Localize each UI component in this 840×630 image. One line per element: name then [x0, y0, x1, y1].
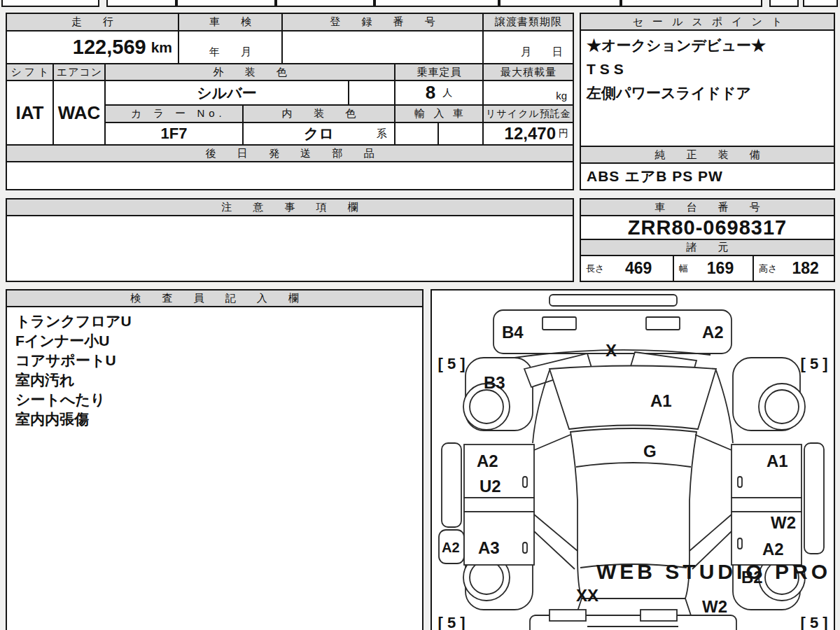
- rear-lamp-right: [640, 610, 677, 621]
- inspector-note-line: シートへたり: [15, 390, 414, 410]
- import-car-header: 輸 入 車: [396, 106, 482, 122]
- interior-color-header: 内 装 色: [244, 106, 394, 122]
- right-rocker-rail: [804, 443, 824, 554]
- sales-point-header: セールスポイント: [581, 14, 834, 29]
- auction-sheet: { "colors": { "header_bg": "#d9d9d9", "b…: [0, 0, 840, 630]
- chassis-header: 車 台 番 号: [581, 200, 834, 215]
- inspector-note-line: トランクフロアU: [15, 312, 414, 331]
- car-top-view-diagram: WEB STUDIO PRO B4 A2 X B3 A1 G A2 U2 A1 …: [432, 290, 834, 630]
- spec-width: 幅 169: [674, 256, 752, 281]
- left-b-pillar: [464, 498, 534, 512]
- import-car-value-1: [396, 123, 438, 144]
- interior-color-name: クロ: [304, 124, 334, 144]
- spec-height: 高さ 182: [754, 256, 834, 281]
- color-no-value: 1F7: [106, 123, 242, 144]
- tire-grade-rear-right: [ 5 ]: [800, 614, 827, 630]
- sales-point-line: ★オークションデビュー★: [587, 34, 828, 57]
- interior-color-suffix: 系: [377, 127, 387, 141]
- registration-header: 登 録 番 号: [283, 14, 482, 30]
- recycle-fee-number: 12,470: [505, 124, 556, 144]
- top-row-cell: [769, 0, 799, 7]
- damage-label-windshield: A1: [650, 391, 672, 410]
- inspection-header: 車 検: [179, 14, 281, 30]
- recycle-fee-header: リサイクル預託金: [484, 106, 573, 122]
- inspector-notes-box: 検 査 員 記 入 欄 トランクフロアU Fインナー小U コアサポートU 室内汚…: [6, 289, 424, 630]
- mileage-number: 122,569: [73, 36, 146, 59]
- top-row-cell: [176, 0, 276, 7]
- capacity-value: 8人: [396, 81, 482, 104]
- interior-color-value: クロ 系: [244, 123, 394, 144]
- tire-grade-front-left: [ 5 ]: [438, 355, 465, 372]
- capacity-unit: 人: [442, 87, 452, 99]
- damage-label-rear-right-panel: W2: [702, 597, 727, 616]
- specs-header: 諸 元: [581, 240, 834, 255]
- exterior-color-extra: [349, 81, 394, 104]
- exterior-color-value: シルバー: [106, 81, 348, 104]
- transfer-deadline-header: 譲渡書類期限: [484, 14, 573, 30]
- damage-label-right-front-door: A1: [766, 451, 788, 470]
- right-rear-door-handle: [738, 538, 742, 549]
- damage-label-roof-front: G: [643, 442, 657, 461]
- top-row-cell: [374, 0, 499, 7]
- inspector-note-line: コアサポートU: [15, 351, 414, 370]
- genuine-equipment-header: 純 正 装 備: [581, 147, 834, 162]
- inspection-value: 年 月: [179, 31, 281, 63]
- right-front-door-handle: [738, 477, 742, 487]
- left-rocker-rail: [442, 443, 461, 527]
- damage-label-left-rear-door: A3: [478, 538, 500, 557]
- mileage-value: 122,569km: [7, 31, 178, 63]
- notes-body: [7, 216, 573, 281]
- sales-point-body: ★オークションデビュー★ TSS 左側パワースライドドア: [581, 31, 834, 146]
- damage-label-right-rear-door-upper: W2: [771, 513, 796, 532]
- damage-label-left-front-fender: B3: [484, 373, 505, 392]
- damage-label-cowl: X: [606, 341, 617, 360]
- spec-width-value: 169: [688, 259, 752, 278]
- shift-value: IAT: [7, 81, 52, 144]
- inspector-notes-body: トランクフロアU Fインナー小U コアサポートU 室内汚れ シートへたり 室内内…: [7, 307, 422, 630]
- damage-label-left-rocker: A2: [442, 540, 460, 555]
- damage-label-rear-gate: XX: [576, 586, 598, 605]
- damage-label-left-front-door-upper: A2: [477, 451, 498, 470]
- spec-length-label: 長さ: [581, 262, 604, 275]
- shift-header: シフト: [7, 64, 52, 80]
- exterior-color-header: 外 装 色: [106, 64, 394, 80]
- sales-point-line: 左側パワースライドドア: [587, 81, 828, 105]
- capacity-number: 8: [426, 82, 435, 104]
- aircon-value: WAC: [54, 81, 104, 144]
- transfer-deadline-value: 月 日: [484, 31, 573, 63]
- rear-lamp-left: [550, 610, 586, 621]
- mileage-unit: km: [151, 39, 172, 56]
- damage-label-front-bumper-left: B4: [502, 323, 524, 342]
- recycle-fee-value: 12,470円: [484, 123, 573, 144]
- top-row-cell: [276, 0, 374, 7]
- color-no-header: カ ラ ー No.: [106, 106, 242, 122]
- import-car-value-2: [439, 123, 482, 144]
- later-parts-value: [7, 162, 573, 189]
- registration-value: [283, 31, 482, 63]
- spec-length-value: 469: [604, 259, 673, 278]
- spec-height-label: 高さ: [754, 262, 777, 275]
- left-rear-door-handle: [523, 542, 527, 553]
- a-pillar-right: [716, 370, 733, 443]
- chassis-value: ZRR80-0698317: [581, 216, 834, 239]
- mileage-header: 走 行: [7, 14, 178, 30]
- front-plate-bar: [550, 295, 677, 306]
- vehicle-info-table: 走 行 車 検 登 録 番 号 譲渡書類期限 122,569km 年 月 月 日…: [6, 13, 574, 190]
- top-row-cell: [803, 0, 838, 7]
- top-row-cell: [499, 0, 621, 7]
- spec-width-label: 幅: [674, 262, 688, 275]
- max-load-value: kg: [484, 81, 573, 104]
- damage-label-right-rear-door-lower: A2: [762, 540, 784, 559]
- spec-height-value: 182: [777, 259, 834, 278]
- chassis-box: 車 台 番 号 ZRR80-0698317 諸 元 長さ 469 幅 169 高…: [580, 198, 835, 282]
- inspector-note-line: Fインナー小U: [15, 331, 414, 351]
- front-left-wheel-inner: [470, 390, 503, 424]
- headlight-left: [542, 317, 576, 330]
- inspector-note-line: 室内内張傷: [15, 410, 414, 429]
- capacity-header: 乗車定員: [396, 64, 482, 80]
- front-right-wheel-inner: [765, 390, 799, 424]
- tire-grade-front-right: [ 5 ]: [800, 355, 827, 372]
- aircon-header: エアコン: [54, 64, 104, 80]
- notes-header: 注 意 事 項 欄: [7, 200, 573, 215]
- inspector-note-line: 室内汚れ: [15, 370, 414, 390]
